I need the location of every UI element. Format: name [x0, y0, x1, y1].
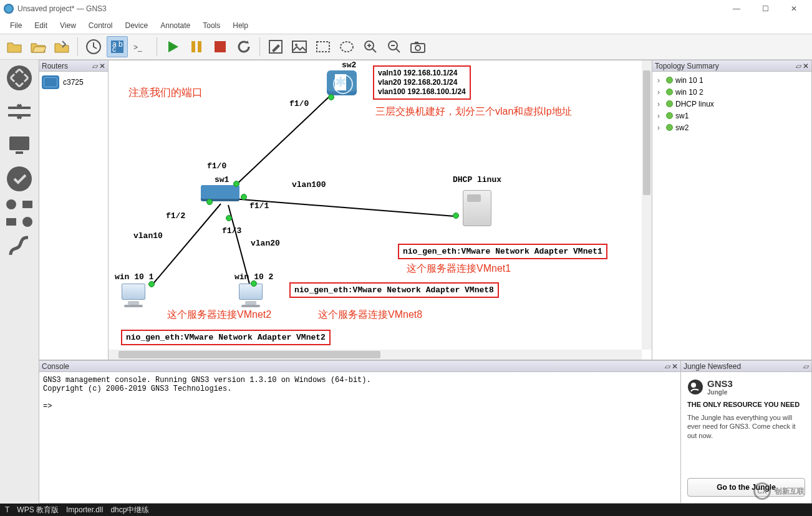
menu-device[interactable]: Device: [119, 19, 155, 32]
vlan-line-1: valn10 192.168.10.1/24: [378, 69, 466, 78]
node-sw2[interactable]: [327, 70, 357, 95]
reload-all-icon[interactable]: [233, 36, 254, 57]
port-dot: [226, 215, 232, 221]
stop-all-icon[interactable]: [210, 36, 231, 57]
annotate-icon[interactable]: [265, 36, 286, 57]
window-title: Unsaved project* — GNS3: [17, 4, 722, 13]
label-vlan10: vlan10: [133, 231, 163, 241]
taskbar-item[interactable]: Importer.dll: [66, 505, 103, 514]
undock-icon[interactable]: ▱: [796, 62, 801, 70]
svg-rect-19: [9, 136, 29, 150]
svg-point-12: [341, 42, 353, 52]
all-devices-icon-4[interactable]: [20, 214, 35, 229]
show-interfaces-icon[interactable]: a bc: [107, 36, 128, 57]
snapshot-icon[interactable]: [83, 36, 104, 57]
canvas-scrollbar-horizontal[interactable]: [109, 350, 642, 360]
ellipse-icon[interactable]: [336, 36, 357, 57]
nio-vmnet8-box: nio_gen_eth:VMware Network Adapter VMnet…: [289, 282, 499, 298]
console-panel-header: Console ▱✕: [39, 361, 680, 372]
console-icon[interactable]: >_: [130, 36, 152, 57]
menu-annotate[interactable]: Annotate: [154, 19, 196, 32]
node-sw1[interactable]: [201, 185, 239, 199]
jungle-panel-header: Jungle Newsfeed ▱: [681, 361, 811, 372]
security-category-icon[interactable]: [4, 163, 35, 194]
window-titlebar: Unsaved project* — GNS3 — ☐ ✕: [0, 0, 812, 17]
topology-canvas[interactable]: 注意我们的端口 valn10 192.168.10.1/24 vlan20 19…: [109, 60, 652, 360]
jungle-panel-title: Jungle Newsfeed: [684, 362, 741, 371]
topology-item-label: DHCP linux: [675, 100, 714, 108]
topology-summary-header: Topology Summary ▱✕: [652, 60, 811, 72]
menu-tools[interactable]: Tools: [196, 19, 226, 32]
pause-all-icon[interactable]: [186, 36, 207, 57]
topology-item-label: sw1: [675, 112, 689, 120]
taskbar-item[interactable]: T: [5, 505, 9, 514]
menu-view[interactable]: View: [54, 19, 82, 32]
maximize-button[interactable]: ☐: [751, 0, 780, 17]
start-all-icon[interactable]: [162, 36, 183, 57]
annotation-l3: 三层交换机建好，划分三个vlan和虚拟Ip地址: [375, 105, 572, 118]
minimize-button[interactable]: —: [722, 0, 751, 17]
panel-close-icon[interactable]: ✕: [803, 62, 809, 70]
router-item[interactable]: c3725: [39, 72, 108, 93]
menu-control[interactable]: Control: [82, 19, 119, 32]
zoom-in-icon[interactable]: [360, 36, 381, 57]
topology-item[interactable]: ›sw1: [655, 110, 809, 122]
label-sw1: sw1: [215, 175, 229, 184]
panel-close-icon[interactable]: ✕: [99, 62, 105, 70]
rectangle-icon[interactable]: [312, 36, 334, 57]
vlan-line-3: vlan100 192.168.100.1/24: [378, 87, 466, 97]
menu-edit[interactable]: Edit: [28, 19, 54, 32]
topology-item[interactable]: ›win 10 1: [655, 74, 809, 86]
undock-icon[interactable]: ▱: [92, 62, 98, 70]
routers-category-icon[interactable]: [4, 62, 35, 93]
topology-item[interactable]: ›DHCP linux: [655, 98, 809, 110]
taskbar-item[interactable]: WPS 教育版: [17, 505, 59, 515]
menu-help[interactable]: Help: [226, 19, 254, 32]
console-output[interactable]: GNS3 management console. Running GNS3 ve…: [39, 372, 680, 503]
jungle-logo: GNS3Jungle: [687, 378, 805, 396]
panel-close-icon[interactable]: ✕: [672, 362, 678, 371]
open-project-icon[interactable]: [27, 36, 49, 57]
undock-icon[interactable]: ▱: [803, 362, 809, 371]
save-project-icon[interactable]: [51, 36, 72, 57]
switches-category-icon[interactable]: [4, 96, 35, 127]
jungle-sub: Jungle: [707, 389, 733, 396]
app-icon: [4, 4, 14, 14]
taskbar-item[interactable]: dhcp中继练: [110, 505, 149, 515]
svg-point-30: [688, 380, 703, 394]
watermark-text: 创新互联: [775, 486, 805, 497]
gns3-logo-icon: [687, 379, 703, 395]
svg-point-22: [6, 199, 16, 209]
jungle-text: The Jungle has everything you will ever …: [687, 413, 805, 440]
routers-panel-title: Routers: [42, 62, 68, 70]
vlan-line-2: vlan20 192.168.20.1/24: [378, 78, 466, 87]
routers-panel-header: Routers ▱✕: [39, 60, 108, 72]
node-win10-2[interactable]: [237, 284, 264, 308]
all-devices-icon-3[interactable]: [4, 214, 19, 229]
svg-point-21: [7, 166, 32, 191]
canvas-scrollbar-vertical[interactable]: [642, 60, 652, 350]
status-dot-icon: [666, 112, 673, 119]
status-dot-icon: [666, 124, 673, 131]
annotation-vmnet8: 这个服务器连接VMnet8: [318, 308, 422, 322]
screenshot-icon[interactable]: [407, 36, 428, 57]
port-dot: [251, 280, 257, 287]
annotation-vmnet1: 这个服务器连接VMnet1: [407, 262, 511, 275]
svg-point-25: [22, 217, 32, 227]
all-devices-icon-2[interactable]: [20, 197, 35, 212]
undock-icon[interactable]: ▱: [665, 362, 670, 371]
add-link-icon[interactable]: [4, 232, 35, 263]
insert-image-icon[interactable]: [289, 36, 310, 57]
close-button[interactable]: ✕: [780, 0, 808, 17]
topology-item[interactable]: ›win 10 2: [655, 86, 809, 98]
all-devices-icon[interactable]: [4, 197, 19, 212]
node-dhcp-linux[interactable]: [463, 190, 491, 226]
svg-text:>_: >_: [133, 43, 142, 52]
zoom-out-icon[interactable]: [384, 36, 405, 57]
end-devices-category-icon[interactable]: [4, 130, 35, 161]
status-dot-icon: [666, 100, 673, 107]
menu-file[interactable]: File: [4, 19, 28, 32]
topology-item[interactable]: ›sw2: [655, 122, 809, 133]
node-win10-1[interactable]: [120, 284, 147, 308]
new-project-icon[interactable]: [4, 36, 25, 57]
